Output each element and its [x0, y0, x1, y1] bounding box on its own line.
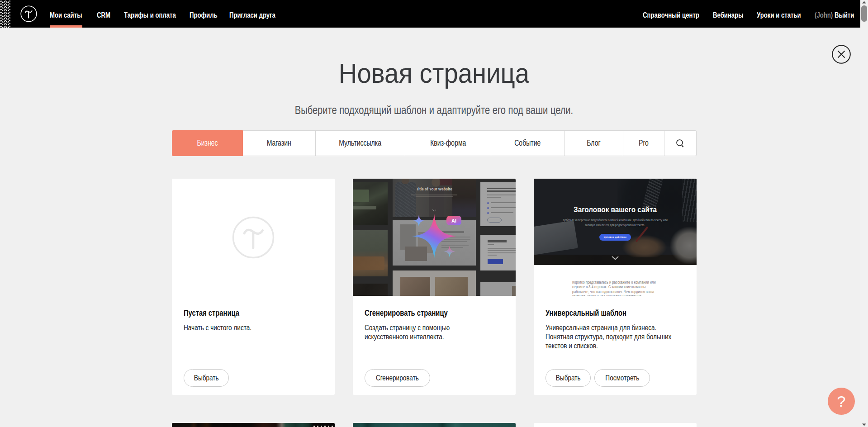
svg-text:AI: AI [451, 218, 456, 223]
